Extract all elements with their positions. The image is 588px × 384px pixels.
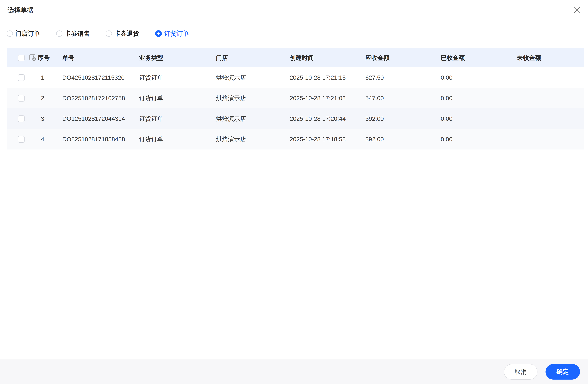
- radio-label: 门店订单: [15, 29, 40, 38]
- column-header-received: 已收金额: [441, 54, 517, 62]
- radio-label: 卡券退货: [114, 29, 139, 38]
- table-header-row: 序号 单号 业务类型 门店 创建时间 应收金额 已收金额 未收金额: [7, 48, 584, 67]
- cell-created-at: 2025-10-28 17:20:44: [290, 115, 365, 122]
- cell-store: 烘焙演示店: [216, 94, 290, 102]
- row-checkbox[interactable]: [18, 95, 24, 102]
- cell-store: 烘焙演示店: [216, 115, 290, 123]
- radio-coupon-sale[interactable]: 卡券销售: [56, 29, 90, 38]
- table-row[interactable]: 1 DO4251028172115320 订货订单 烘焙演示店 2025-10-…: [7, 67, 584, 88]
- cell-received: 0.00: [441, 136, 517, 143]
- cell-business-type: 订货订单: [139, 94, 216, 102]
- cell-received: 0.00: [441, 95, 517, 102]
- dialog-header: 选择单据: [0, 0, 588, 21]
- cell-business-type: 订货订单: [139, 115, 216, 123]
- radio-selected-icon: [155, 30, 162, 37]
- column-settings-icon[interactable]: [29, 54, 36, 62]
- documents-table: 序号 单号 业务类型 门店 创建时间 应收金额 已收金额 未收金额 1 DO42…: [7, 48, 584, 353]
- cell-store: 烘焙演示店: [216, 135, 290, 143]
- column-header-created-at: 创建时间: [290, 54, 365, 62]
- close-button[interactable]: [573, 6, 581, 14]
- column-header-store: 门店: [216, 54, 290, 62]
- cell-order-no: DO1251028172044314: [62, 115, 139, 122]
- radio-label: 订货订单: [164, 29, 189, 38]
- radio-store-order[interactable]: 门店订单: [7, 29, 40, 38]
- cell-receivable: 627.50: [365, 74, 441, 81]
- table-row[interactable]: 3 DO1251028172044314 订货订单 烘焙演示店 2025-10-…: [7, 108, 584, 129]
- cell-index: 4: [29, 136, 62, 143]
- cancel-button[interactable]: 取消: [504, 364, 537, 380]
- cell-business-type: 订货订单: [139, 135, 216, 143]
- radio-circle-icon: [7, 30, 13, 37]
- column-header-business-type: 业务类型: [139, 54, 216, 62]
- select-all-checkbox[interactable]: [18, 55, 24, 61]
- radio-coupon-return[interactable]: 卡券退货: [106, 29, 139, 38]
- cell-index: 2: [29, 95, 62, 102]
- radio-label: 卡券销售: [65, 29, 90, 38]
- close-icon: [573, 6, 581, 14]
- column-header-label: 序号: [38, 54, 50, 62]
- column-header-order-no: 单号: [62, 54, 139, 62]
- row-checkbox[interactable]: [18, 115, 24, 122]
- cell-receivable: 392.00: [365, 136, 441, 143]
- cell-received: 0.00: [441, 74, 517, 81]
- cell-receivable: 547.00: [365, 95, 441, 102]
- cell-created-at: 2025-10-28 17:21:15: [290, 74, 365, 81]
- cell-receivable: 392.00: [365, 115, 441, 122]
- cell-business-type: 订货订单: [139, 74, 216, 82]
- column-header-index: 序号: [29, 54, 62, 62]
- column-header-unreceived: 未收金额: [517, 54, 584, 62]
- row-checkbox[interactable]: [18, 74, 24, 81]
- radio-purchase-order[interactable]: 订货订单: [155, 29, 189, 38]
- cell-order-no: DO4251028172115320: [62, 74, 139, 81]
- confirm-button[interactable]: 确定: [546, 364, 580, 380]
- cell-index: 1: [29, 74, 62, 81]
- cell-received: 0.00: [441, 115, 517, 122]
- cell-created-at: 2025-10-28 17:18:58: [290, 136, 365, 143]
- cell-created-at: 2025-10-28 17:21:03: [290, 95, 365, 102]
- cell-order-no: DO8251028171858488: [62, 136, 139, 143]
- cell-store: 烘焙演示店: [216, 74, 290, 82]
- radio-circle-icon: [56, 30, 63, 37]
- table-row[interactable]: 4 DO8251028171858488 订货订单 烘焙演示店 2025-10-…: [7, 129, 584, 149]
- column-header-receivable: 应收金额: [365, 54, 441, 62]
- cell-order-no: DO2251028172102758: [62, 95, 139, 102]
- radio-circle-icon: [106, 30, 112, 37]
- table-row[interactable]: 2 DO2251028172102758 订货订单 烘焙演示店 2025-10-…: [7, 88, 584, 108]
- dialog-title: 选择单据: [7, 0, 33, 20]
- dialog-footer: 取消 确定: [0, 360, 588, 384]
- cell-index: 3: [29, 115, 62, 122]
- row-checkbox[interactable]: [18, 136, 24, 143]
- document-type-radio-group: 门店订单 卡券销售 卡券退货 订货订单: [7, 29, 205, 38]
